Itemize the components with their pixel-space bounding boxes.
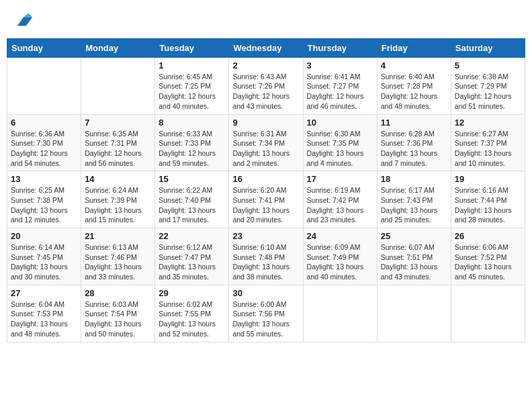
calendar-week-1: 1Sunrise: 6:45 AM Sunset: 7:25 PM Daylig…	[7, 57, 525, 114]
calendar-cell: 11Sunrise: 6:28 AM Sunset: 7:36 PM Dayli…	[377, 114, 451, 171]
day-number: 27	[11, 288, 77, 298]
day-info: Sunrise: 6:14 AM Sunset: 7:45 PM Dayligh…	[11, 242, 77, 282]
calendar-cell: 16Sunrise: 6:20 AM Sunset: 7:41 PM Dayli…	[229, 171, 303, 228]
calendar-cell: 8Sunrise: 6:33 AM Sunset: 7:33 PM Daylig…	[155, 114, 229, 171]
day-info: Sunrise: 6:13 AM Sunset: 7:46 PM Dayligh…	[85, 242, 151, 282]
day-info: Sunrise: 6:36 AM Sunset: 7:30 PM Dayligh…	[11, 129, 77, 169]
calendar-cell: 7Sunrise: 6:35 AM Sunset: 7:31 PM Daylig…	[81, 114, 155, 171]
day-info: Sunrise: 6:35 AM Sunset: 7:31 PM Dayligh…	[85, 129, 151, 169]
day-number: 17	[307, 174, 373, 184]
day-number: 5	[455, 60, 521, 71]
calendar-cell: 22Sunrise: 6:12 AM Sunset: 7:47 PM Dayli…	[155, 228, 229, 285]
weekday-header-tuesday: Tuesday	[155, 38, 229, 57]
day-number: 3	[307, 60, 373, 71]
calendar-table: SundayMondayTuesdayWednesdayThursdayFrid…	[7, 38, 525, 342]
day-info: Sunrise: 6:22 AM Sunset: 7:40 PM Dayligh…	[159, 185, 225, 225]
day-number: 19	[455, 174, 521, 184]
day-info: Sunrise: 6:45 AM Sunset: 7:25 PM Dayligh…	[159, 72, 225, 111]
day-number: 20	[11, 231, 77, 241]
day-number: 7	[85, 118, 151, 128]
day-info: Sunrise: 6:20 AM Sunset: 7:41 PM Dayligh…	[232, 185, 299, 225]
day-info: Sunrise: 6:12 AM Sunset: 7:47 PM Dayligh…	[159, 242, 225, 282]
day-info: Sunrise: 6:17 AM Sunset: 7:43 PM Dayligh…	[381, 185, 447, 225]
weekday-header-thursday: Thursday	[303, 38, 377, 57]
day-number: 13	[11, 174, 77, 184]
day-info: Sunrise: 6:19 AM Sunset: 7:42 PM Dayligh…	[307, 185, 373, 225]
day-number: 28	[85, 288, 151, 298]
day-info: Sunrise: 6:43 AM Sunset: 7:26 PM Dayligh…	[232, 72, 299, 111]
calendar-cell	[377, 285, 451, 342]
calendar-cell: 27Sunrise: 6:04 AM Sunset: 7:53 PM Dayli…	[7, 285, 81, 342]
day-info: Sunrise: 6:03 AM Sunset: 7:54 PM Dayligh…	[85, 300, 151, 339]
day-number: 11	[381, 118, 447, 128]
calendar-cell: 25Sunrise: 6:07 AM Sunset: 7:51 PM Dayli…	[377, 228, 451, 285]
svg-marker-1	[24, 13, 32, 17]
page-header	[7, 7, 525, 38]
calendar-cell: 28Sunrise: 6:03 AM Sunset: 7:54 PM Dayli…	[81, 285, 155, 342]
day-info: Sunrise: 6:25 AM Sunset: 7:38 PM Dayligh…	[11, 185, 77, 225]
logo-icon	[15, 12, 34, 31]
calendar-cell	[303, 285, 377, 342]
calendar-cell	[81, 57, 155, 114]
day-info: Sunrise: 6:40 AM Sunset: 7:28 PM Dayligh…	[381, 72, 447, 111]
calendar-cell: 10Sunrise: 6:30 AM Sunset: 7:35 PM Dayli…	[303, 114, 377, 171]
day-number: 26	[455, 231, 521, 241]
calendar-cell: 13Sunrise: 6:25 AM Sunset: 7:38 PM Dayli…	[7, 171, 81, 228]
day-number: 30	[232, 288, 299, 298]
calendar-cell: 15Sunrise: 6:22 AM Sunset: 7:40 PM Dayli…	[155, 171, 229, 228]
calendar-cell: 6Sunrise: 6:36 AM Sunset: 7:30 PM Daylig…	[7, 114, 81, 171]
calendar-body: 1Sunrise: 6:45 AM Sunset: 7:25 PM Daylig…	[7, 57, 525, 342]
weekday-header-row: SundayMondayTuesdayWednesdayThursdayFrid…	[7, 38, 525, 57]
calendar-week-2: 6Sunrise: 6:36 AM Sunset: 7:30 PM Daylig…	[7, 114, 525, 171]
weekday-header-monday: Monday	[81, 38, 155, 57]
calendar-cell	[451, 285, 525, 342]
calendar-cell: 30Sunrise: 6:00 AM Sunset: 7:56 PM Dayli…	[229, 285, 303, 342]
day-info: Sunrise: 6:27 AM Sunset: 7:37 PM Dayligh…	[455, 129, 521, 169]
day-info: Sunrise: 6:28 AM Sunset: 7:36 PM Dayligh…	[381, 129, 447, 169]
calendar-cell: 1Sunrise: 6:45 AM Sunset: 7:25 PM Daylig…	[155, 57, 229, 114]
weekday-header-saturday: Saturday	[451, 38, 525, 57]
calendar-week-4: 20Sunrise: 6:14 AM Sunset: 7:45 PM Dayli…	[7, 228, 525, 285]
day-number: 21	[85, 231, 151, 241]
day-info: Sunrise: 6:09 AM Sunset: 7:49 PM Dayligh…	[307, 242, 373, 282]
day-number: 12	[455, 118, 521, 128]
day-number: 23	[232, 231, 299, 241]
day-info: Sunrise: 6:41 AM Sunset: 7:27 PM Dayligh…	[307, 72, 373, 111]
day-info: Sunrise: 6:16 AM Sunset: 7:44 PM Dayligh…	[455, 185, 521, 225]
day-number: 10	[307, 118, 373, 128]
day-number: 18	[381, 174, 447, 184]
day-info: Sunrise: 6:10 AM Sunset: 7:48 PM Dayligh…	[232, 242, 299, 282]
calendar-cell: 14Sunrise: 6:24 AM Sunset: 7:39 PM Dayli…	[81, 171, 155, 228]
day-info: Sunrise: 6:38 AM Sunset: 7:29 PM Dayligh…	[455, 72, 521, 111]
calendar-cell: 5Sunrise: 6:38 AM Sunset: 7:29 PM Daylig…	[451, 57, 525, 114]
day-number: 8	[159, 118, 225, 128]
day-info: Sunrise: 6:06 AM Sunset: 7:52 PM Dayligh…	[455, 242, 521, 282]
day-number: 16	[232, 174, 299, 184]
calendar-cell: 24Sunrise: 6:09 AM Sunset: 7:49 PM Dayli…	[303, 228, 377, 285]
day-number: 15	[159, 174, 225, 184]
calendar-cell: 20Sunrise: 6:14 AM Sunset: 7:45 PM Dayli…	[7, 228, 81, 285]
day-number: 4	[381, 60, 447, 71]
day-number: 25	[381, 231, 447, 241]
day-number: 29	[159, 288, 225, 298]
day-number: 22	[159, 231, 225, 241]
day-number: 6	[11, 118, 77, 128]
calendar-cell: 12Sunrise: 6:27 AM Sunset: 7:37 PM Dayli…	[451, 114, 525, 171]
calendar-cell: 4Sunrise: 6:40 AM Sunset: 7:28 PM Daylig…	[377, 57, 451, 114]
calendar-cell: 19Sunrise: 6:16 AM Sunset: 7:44 PM Dayli…	[451, 171, 525, 228]
day-info: Sunrise: 6:02 AM Sunset: 7:55 PM Dayligh…	[159, 300, 225, 339]
day-info: Sunrise: 6:31 AM Sunset: 7:34 PM Dayligh…	[232, 129, 299, 169]
day-info: Sunrise: 6:00 AM Sunset: 7:56 PM Dayligh…	[232, 300, 299, 339]
calendar-cell: 29Sunrise: 6:02 AM Sunset: 7:55 PM Dayli…	[155, 285, 229, 342]
calendar-cell: 23Sunrise: 6:10 AM Sunset: 7:48 PM Dayli…	[229, 228, 303, 285]
calendar-cell	[7, 57, 81, 114]
weekday-header-sunday: Sunday	[7, 38, 81, 57]
calendar-cell: 3Sunrise: 6:41 AM Sunset: 7:27 PM Daylig…	[303, 57, 377, 114]
calendar-cell: 2Sunrise: 6:43 AM Sunset: 7:26 PM Daylig…	[229, 57, 303, 114]
day-number: 1	[159, 60, 225, 71]
logo	[13, 12, 34, 34]
calendar-week-5: 27Sunrise: 6:04 AM Sunset: 7:53 PM Dayli…	[7, 285, 525, 342]
calendar-cell: 18Sunrise: 6:17 AM Sunset: 7:43 PM Dayli…	[377, 171, 451, 228]
day-number: 2	[232, 60, 299, 71]
weekday-header-wednesday: Wednesday	[229, 38, 303, 57]
